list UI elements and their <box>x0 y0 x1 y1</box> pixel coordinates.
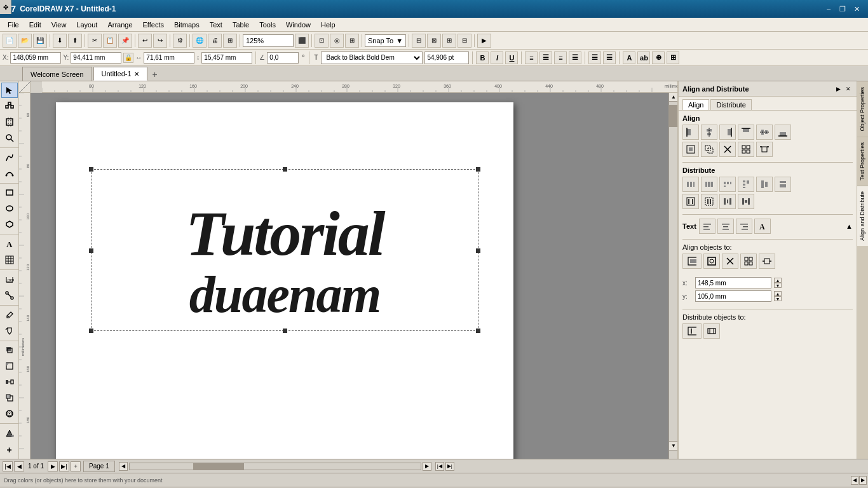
align-x-button[interactable] <box>719 142 736 157</box>
align-button[interactable]: ⊟ <box>412 34 426 48</box>
bulleted-list-button[interactable]: ☰ <box>588 51 601 64</box>
zoom-options-button[interactable]: ⬛ <box>295 34 309 48</box>
font-name-select[interactable]: Back to Black Bold Dem <box>321 51 423 64</box>
parallel-dimension-button[interactable]: mm <box>1 272 18 287</box>
text-align-center-button[interactable] <box>717 219 734 234</box>
transparency-button[interactable] <box>1 358 18 374</box>
italic-button[interactable]: I <box>491 51 503 64</box>
view-toggle1[interactable]: ⊡ <box>315 34 329 48</box>
tab-close-icon[interactable]: ✕ <box>134 71 139 78</box>
grid-button[interactable]: ⊞ <box>442 34 456 48</box>
blend-button[interactable] <box>1 374 18 390</box>
add-button[interactable]: + <box>1 442 18 458</box>
save-button[interactable]: 💾 <box>33 34 47 48</box>
print2-button[interactable]: ⊞ <box>223 34 237 48</box>
align-tab[interactable]: Align <box>682 99 709 110</box>
polygon-tool-button[interactable] <box>1 217 18 232</box>
scroll-start-button[interactable]: |◀ <box>435 462 444 471</box>
align-left-edge-button[interactable] <box>682 125 699 140</box>
text-circle-button[interactable]: ⊕ <box>652 51 665 64</box>
text-align-left-button[interactable] <box>699 219 715 234</box>
canvas-text-group[interactable]: Tutorial duaenam <box>88 179 482 325</box>
node-tool-button[interactable] <box>1 98 18 114</box>
x-align-input[interactable] <box>695 277 771 288</box>
align-extend-button[interactable] <box>756 142 773 157</box>
menu-edit[interactable]: Edit <box>24 20 46 30</box>
x-coordinate-input[interactable] <box>10 52 61 64</box>
menu-view[interactable]: View <box>46 20 72 30</box>
cut-button[interactable]: ✂ <box>88 34 102 48</box>
lock-proportions-button[interactable]: 🔒 <box>123 53 133 63</box>
dist-to-page-btn[interactable] <box>682 323 702 339</box>
view-toggle2[interactable]: ◎ <box>330 34 344 48</box>
x-spin-down[interactable]: ▼ <box>774 283 782 288</box>
select-tool-button[interactable] <box>1 83 18 98</box>
align-left-button[interactable]: ≡ <box>525 51 538 64</box>
dist-center-h-button[interactable] <box>701 177 717 192</box>
v-scroll-thumb[interactable] <box>669 105 677 127</box>
text-align-right-button[interactable] <box>736 219 752 234</box>
undo-button[interactable]: ↩ <box>138 34 152 48</box>
text-edit-button[interactable]: ab <box>637 51 650 64</box>
dist-selection-button[interactable] <box>701 194 717 209</box>
align-page-button[interactable] <box>682 142 699 157</box>
publish-button[interactable]: 🌐 <box>193 34 207 48</box>
rectangle-tool-button[interactable] <box>1 185 18 200</box>
freehand-tool-button[interactable] <box>1 150 18 165</box>
align-center-v-button[interactable] <box>756 125 773 140</box>
menu-help[interactable]: Help <box>316 20 341 30</box>
export-button[interactable]: ⬆ <box>68 34 82 48</box>
dist-x4-button[interactable] <box>738 194 754 209</box>
menu-bitmaps[interactable]: Bitmaps <box>169 20 205 30</box>
tab-welcome[interactable]: Welcome Screen <box>22 67 92 81</box>
align-grid-button[interactable] <box>738 142 754 157</box>
zoom-tool-button[interactable] <box>1 130 18 146</box>
dist-center-v-button[interactable] <box>756 177 773 192</box>
underline-button[interactable]: U <box>505 51 518 64</box>
connector-tool-button[interactable] <box>1 288 18 303</box>
x-spin-up[interactable]: ▲ <box>774 278 782 283</box>
smart-fill-button[interactable] <box>1 426 18 441</box>
page-tab[interactable]: Page 1 <box>83 461 115 472</box>
dist-right-button[interactable] <box>719 177 736 192</box>
tab-document[interactable]: Untitled-1 ✕ <box>93 67 147 81</box>
import-button[interactable]: ⬇ <box>53 34 67 48</box>
distribute-button[interactable]: ⊠ <box>427 34 441 48</box>
open-button[interactable]: 📂 <box>18 34 32 48</box>
contour-button[interactable] <box>1 406 18 421</box>
h-scrollbar-thumb[interactable] <box>193 463 244 470</box>
guides-button[interactable]: ⊟ <box>458 34 471 48</box>
restore-button[interactable]: ❐ <box>836 3 849 15</box>
align-selection-button[interactable] <box>701 142 717 157</box>
more-options[interactable]: ▶ <box>477 34 491 48</box>
text-bold-button[interactable]: A <box>754 219 771 234</box>
paste-button[interactable]: 📌 <box>118 34 132 48</box>
add-page-button[interactable]: + <box>71 461 81 471</box>
palette-scroll-left[interactable]: ◀ <box>851 476 858 485</box>
ellipse-tool-button[interactable] <box>1 201 18 216</box>
align-to-edge-btn[interactable] <box>703 254 720 269</box>
shadow-button[interactable] <box>1 343 18 358</box>
text-options-button[interactable]: A <box>623 51 635 64</box>
menu-file[interactable]: File <box>3 20 24 30</box>
align-bottom-edge-button[interactable] <box>775 125 791 140</box>
dist-x3-button[interactable] <box>719 194 736 209</box>
panel-float-button[interactable]: ▶ <box>834 85 843 93</box>
object-properties-tab[interactable]: Object Properties <box>857 81 868 137</box>
align-right-button[interactable]: ≡ <box>554 51 567 64</box>
dist-top-button[interactable] <box>738 177 754 192</box>
fill-tool-button[interactable] <box>1 323 18 339</box>
minimize-button[interactable]: – <box>822 3 835 15</box>
menu-tools[interactable]: Tools <box>254 20 281 30</box>
text-add-button[interactable]: ⊞ <box>667 51 679 64</box>
panel-close-button[interactable]: ✕ <box>844 85 853 93</box>
crop-tool-button[interactable] <box>1 114 18 130</box>
view-toggle3[interactable]: ⊞ <box>345 34 359 48</box>
menu-table[interactable]: Table <box>227 20 254 30</box>
tab-add-button[interactable]: + <box>149 68 161 81</box>
palette-scroll-right[interactable]: ▶ <box>859 476 867 485</box>
distribute-tab[interactable]: Distribute <box>710 99 751 110</box>
align-top-edge-button[interactable] <box>738 125 754 140</box>
angle-input[interactable] <box>267 52 299 64</box>
panel-expand-icon[interactable]: ▲ <box>846 222 853 230</box>
